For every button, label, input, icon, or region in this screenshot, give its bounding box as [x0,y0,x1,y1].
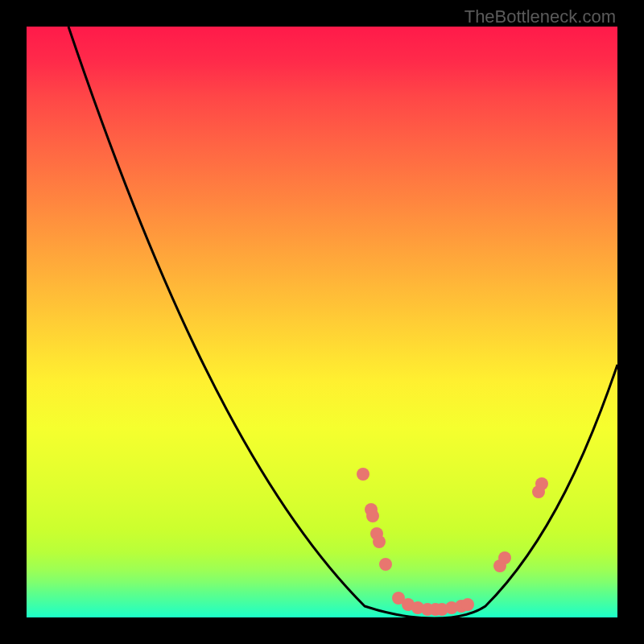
data-point [461,598,474,611]
plot-area [27,27,617,617]
data-point [373,535,386,548]
chart-container: TheBottleneck.com [0,0,644,644]
chart-svg [27,27,617,617]
scatter-points [357,468,548,616]
data-point [379,558,392,571]
data-point [535,477,548,490]
watermark-text: TheBottleneck.com [464,6,616,27]
data-point [357,468,369,481]
data-point [498,551,511,564]
bottleneck-curve [68,27,617,617]
data-point [366,510,379,522]
